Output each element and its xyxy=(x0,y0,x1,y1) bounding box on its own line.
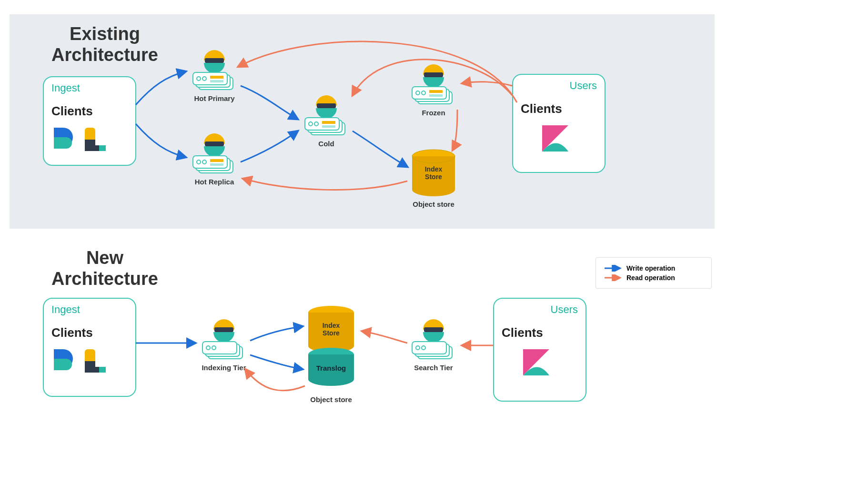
svg-rect-9 xyxy=(210,76,223,79)
label-object-store-top: Object store xyxy=(407,200,460,208)
label-hot-primary: Hot Primary xyxy=(188,94,241,102)
svg-rect-25 xyxy=(322,121,335,124)
cyl-label: Index xyxy=(425,165,443,173)
svg-rect-49 xyxy=(424,327,443,332)
arrow-indexing-to-indexstore xyxy=(250,326,303,341)
label-search-tier: Search Tier xyxy=(407,364,460,372)
label-clients-bottom: Clients xyxy=(51,325,128,340)
box-users-top: Users Clients xyxy=(512,74,606,173)
arrow-translog-to-indexing xyxy=(245,369,305,391)
legend-write-text: Write operation xyxy=(626,264,675,272)
svg-point-37 xyxy=(412,183,455,196)
legend-write: Write operation xyxy=(604,264,704,272)
heading-existing: Existing Architecture xyxy=(43,24,167,65)
box-ingest-top: Ingest Clients xyxy=(43,76,136,166)
label-object-store-bottom: Object store xyxy=(303,395,360,404)
label-ingest-bottom: Ingest xyxy=(51,303,128,316)
svg-rect-41 xyxy=(99,367,106,373)
node-hot-primary xyxy=(188,48,241,95)
label-hot-replica: Hot Replica xyxy=(188,178,241,186)
svg-rect-3 xyxy=(205,58,224,63)
legend-read: Read operation xyxy=(604,274,704,282)
node-object-store-top: Index Store xyxy=(407,148,460,202)
node-cold xyxy=(300,93,353,140)
beats-logstash-icon xyxy=(51,347,109,375)
label-clients-top: Clients xyxy=(51,104,128,119)
kibana-icon xyxy=(540,123,573,156)
svg-rect-17 xyxy=(210,159,223,162)
kibana-icon xyxy=(521,347,554,380)
node-indexing-tier xyxy=(198,317,250,364)
svg-text:Store: Store xyxy=(323,329,340,337)
node-search-tier xyxy=(407,317,460,364)
label-cold: Cold xyxy=(300,140,353,148)
label-frozen: Frozen xyxy=(407,109,460,117)
beats-logstash-icon xyxy=(51,125,109,154)
svg-rect-18 xyxy=(210,163,223,166)
label-clients-users-top: Clients xyxy=(521,101,597,116)
node-frozen xyxy=(407,62,460,109)
svg-rect-10 xyxy=(210,80,223,82)
svg-text:Translog: Translog xyxy=(316,364,346,372)
node-object-store-bottom: Index Store Translog xyxy=(303,305,360,397)
label-clients-users-bottom: Clients xyxy=(502,325,578,340)
label-indexing-tier: Indexing Tier xyxy=(198,364,250,372)
diagram-canvas: Existing Architecture New Architecture I… xyxy=(0,0,868,485)
label-users-top: Users xyxy=(521,80,597,92)
heading-new: New Architecture xyxy=(43,248,167,289)
arrow-search-to-indexstore xyxy=(362,331,407,343)
svg-rect-19 xyxy=(317,103,336,108)
svg-rect-11 xyxy=(205,141,224,146)
svg-rect-33 xyxy=(429,90,443,93)
svg-rect-1 xyxy=(99,145,106,151)
label-ingest-top: Ingest xyxy=(51,82,128,94)
arrow-indexing-to-translog xyxy=(250,355,303,369)
svg-rect-34 xyxy=(429,94,443,97)
box-ingest-bottom: Ingest Clients xyxy=(43,298,136,397)
svg-text:Store: Store xyxy=(425,173,442,181)
box-users-bottom: Users Clients xyxy=(493,298,586,402)
legend: Write operation Read operation xyxy=(595,257,712,289)
node-hot-replica xyxy=(188,131,241,178)
svg-point-62 xyxy=(308,373,354,386)
svg-rect-46 xyxy=(202,342,237,354)
svg-text:Index: Index xyxy=(323,322,340,329)
svg-rect-52 xyxy=(412,342,446,354)
svg-rect-43 xyxy=(214,327,233,332)
svg-rect-27 xyxy=(424,72,443,77)
label-users-bottom: Users xyxy=(502,303,578,316)
legend-read-text: Read operation xyxy=(626,274,675,282)
svg-rect-26 xyxy=(322,125,335,128)
